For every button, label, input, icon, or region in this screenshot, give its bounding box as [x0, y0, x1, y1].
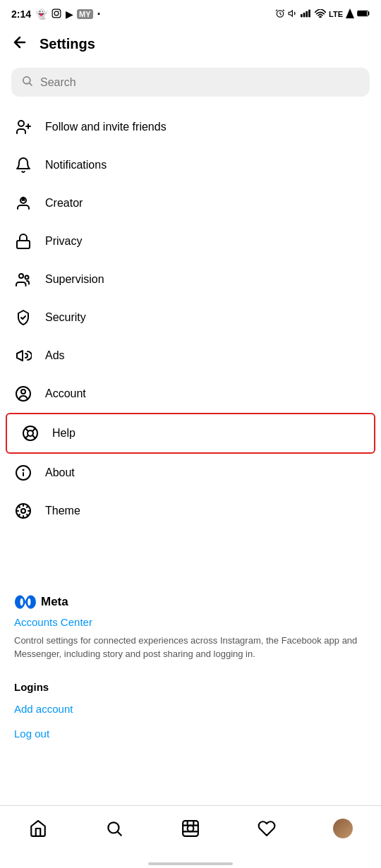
creator-icon — [14, 194, 32, 212]
nav-home[interactable] — [19, 813, 57, 844]
svg-marker-19 — [17, 351, 23, 361]
network-icon — [301, 8, 312, 20]
supervision-icon — [14, 270, 32, 289]
avatar — [333, 819, 353, 838]
svg-point-41 — [108, 822, 119, 833]
menu-item-notifications[interactable]: Notifications — [0, 146, 381, 184]
svg-line-38 — [27, 514, 28, 516]
menu-item-about[interactable]: About — [0, 454, 381, 492]
meta-infinity-icon — [14, 595, 37, 609]
menu-label-help: Help — [52, 427, 75, 440]
meta-description: Control settings for connected experienc… — [14, 634, 367, 661]
wifi-icon — [315, 9, 326, 20]
svg-rect-16 — [17, 241, 30, 248]
snapchat-icon: 👻 — [35, 8, 47, 20]
nav-heart[interactable] — [248, 813, 286, 844]
menu-item-follow[interactable]: Follow and invite friends — [0, 108, 381, 146]
avatar-image — [333, 819, 353, 838]
help-icon — [21, 424, 40, 442]
menu-item-help[interactable]: Help — [6, 413, 375, 454]
svg-rect-8 — [308, 10, 310, 18]
meta-label: Meta — [41, 595, 68, 609]
search-icon — [21, 75, 33, 90]
svg-line-24 — [25, 428, 28, 431]
instagram-icon — [52, 8, 61, 20]
menu-list: Follow and invite friends Notifications … — [0, 108, 381, 584]
svg-rect-6 — [303, 13, 306, 17]
menu-label-account: Account — [45, 387, 86, 400]
svg-rect-5 — [301, 14, 303, 17]
status-time: 2:14 — [11, 8, 31, 20]
search-container — [0, 62, 381, 108]
menu-label-notifications: Notifications — [45, 159, 107, 171]
home-indicator-bar — [148, 862, 233, 865]
svg-marker-4 — [289, 10, 292, 16]
alarm-icon — [275, 8, 285, 20]
back-button[interactable] — [11, 34, 28, 54]
menu-label-about: About — [45, 466, 75, 479]
svg-line-27 — [25, 435, 28, 438]
svg-point-32 — [21, 509, 25, 513]
about-icon — [14, 464, 32, 482]
menu-item-security[interactable]: Security — [0, 299, 381, 337]
nav-search[interactable] — [95, 813, 133, 844]
nav-profile[interactable] — [324, 813, 362, 844]
accounts-center-link[interactable]: Accounts Center — [14, 616, 367, 628]
follow-icon — [14, 118, 32, 136]
account-icon — [14, 385, 32, 403]
menu-label-creator: Creator — [45, 197, 83, 210]
signal-icon — [346, 8, 354, 20]
bottom-nav — [0, 805, 381, 858]
lte-icon: LTE — [329, 10, 343, 18]
menu-item-creator[interactable]: Creator — [0, 184, 381, 222]
menu-label-theme: Theme — [45, 505, 80, 517]
svg-line-39 — [18, 514, 20, 516]
svg-point-18 — [25, 276, 29, 279]
add-account-link[interactable]: Add account — [14, 703, 367, 715]
search-input[interactable] — [40, 76, 360, 89]
meta-logo: Meta — [14, 595, 367, 609]
page-title: Settings — [40, 36, 95, 52]
menu-item-ads[interactable]: Ads — [0, 337, 381, 375]
menu-label-privacy: Privacy — [45, 235, 82, 248]
svg-marker-10 — [346, 8, 354, 18]
status-right: LTE — [275, 8, 370, 20]
reels-icon — [181, 819, 200, 838]
svg-point-1 — [54, 11, 59, 16]
logins-section: Logins Add account Log out — [0, 667, 381, 758]
menu-label-follow: Follow and invite friends — [45, 121, 167, 133]
logins-title: Logins — [14, 681, 367, 693]
svg-point-21 — [21, 390, 25, 394]
misc-icon: MY — [77, 9, 93, 19]
menu-item-theme[interactable]: Theme — [0, 492, 381, 530]
svg-line-25 — [32, 435, 35, 438]
home-icon — [29, 819, 47, 838]
menu-label-supervision: Supervision — [45, 273, 104, 286]
svg-rect-42 — [183, 821, 198, 836]
search-box[interactable] — [11, 68, 370, 97]
log-out-link[interactable]: Log out — [14, 728, 367, 740]
battery-icon — [357, 9, 370, 20]
menu-item-privacy[interactable]: Privacy — [0, 222, 381, 260]
notifications-icon — [14, 156, 32, 174]
svg-rect-0 — [52, 9, 61, 18]
header: Settings — [0, 25, 381, 62]
status-bar: 2:14 👻 ▶ MY · LTE — [0, 0, 381, 25]
svg-point-14 — [18, 121, 24, 126]
svg-rect-12 — [358, 11, 367, 16]
svg-line-40 — [27, 506, 28, 507]
svg-point-2 — [59, 11, 59, 11]
ads-icon — [14, 346, 32, 365]
security-icon — [14, 308, 32, 327]
volume-icon — [288, 8, 298, 20]
menu-label-security: Security — [45, 311, 86, 324]
svg-point-17 — [19, 274, 23, 278]
heart-icon — [258, 819, 276, 838]
meta-section: Meta Accounts Center Control settings fo… — [0, 584, 381, 667]
menu-item-supervision[interactable]: Supervision — [0, 260, 381, 299]
nav-reels[interactable] — [171, 813, 210, 844]
menu-item-account[interactable]: Account — [0, 375, 381, 413]
svg-point-9 — [320, 16, 321, 18]
dot-icon: · — [97, 11, 101, 18]
search-nav-icon — [105, 819, 123, 838]
